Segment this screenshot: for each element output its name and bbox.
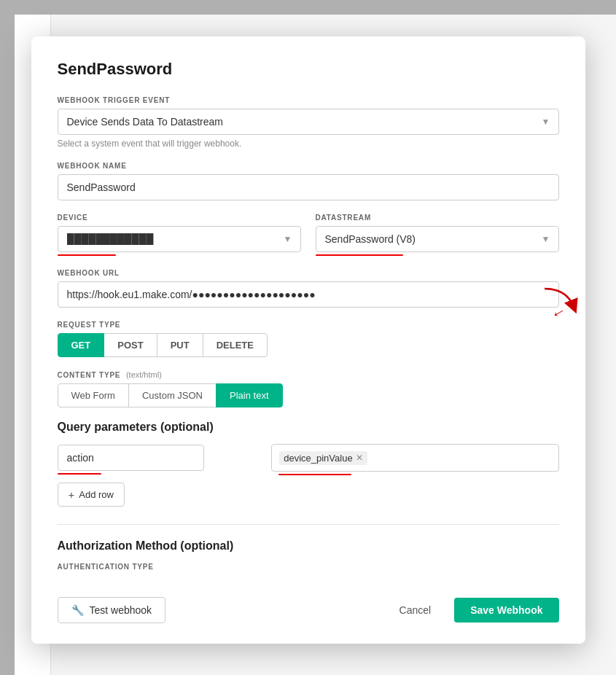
red-underline-action [58, 473, 101, 475]
modal-title: SendPassword [58, 60, 559, 79]
auth-heading: Authorization Method (optional) [58, 539, 559, 553]
webhook-trigger-label: WEBHOOK TRIGGER EVENT [58, 96, 559, 104]
content-type-label: CONTENT TYPE (text/html) [58, 370, 559, 379]
webhook-url-label: WEBHOOK URL [58, 269, 559, 277]
webhook-trigger-select[interactable]: Device Sends Data To Datastream [58, 109, 559, 135]
webhook-url-group: WEBHOOK URL ← [58, 269, 559, 308]
divider [58, 524, 559, 525]
modal-dialog: SendPassword WEBHOOK TRIGGER EVENT Devic… [31, 36, 585, 644]
close-icon[interactable]: ✕ [356, 453, 363, 463]
content-type-group: Web Form Custom JSON Plain text [58, 383, 559, 407]
query-key-annotation [58, 445, 263, 475]
btn-delete[interactable]: DELETE [203, 333, 268, 357]
content-type-section: CONTENT TYPE (text/html) Web Form Custom… [58, 370, 559, 407]
content-type-sub: (text/html) [126, 370, 162, 379]
webhook-url-annotation: ← [58, 281, 559, 308]
webhook-trigger-group: WEBHOOK TRIGGER EVENT Device Sends Data … [58, 96, 559, 149]
webhook-name-group: WEBHOOK NAME [58, 162, 559, 200]
webhook-trigger-select-wrapper: Device Sends Data To Datastream ▼ [58, 109, 559, 135]
request-type-label: REQUEST TYPE [58, 321, 559, 329]
modal-footer: 🔧 Test webhook Cancel Save Webhook [58, 591, 559, 623]
query-row: device_pinValue ✕ [58, 444, 559, 475]
test-webhook-button[interactable]: 🔧 Test webhook [58, 597, 166, 623]
device-select-wrapper: ████████████ ▼ [58, 226, 301, 252]
btn-custom-json[interactable]: Custom JSON [128, 383, 217, 407]
datastream-col: DATASTREAM SendPassword (V8) ▼ [316, 214, 559, 256]
device-label: DEVICE [58, 214, 301, 222]
red-underline-datastream [316, 254, 403, 256]
btn-get[interactable]: GET [58, 333, 105, 357]
btn-plain-text[interactable]: Plain text [216, 383, 282, 407]
query-value-annotation: device_pinValue ✕ [271, 444, 558, 475]
webhook-url-input[interactable] [58, 281, 559, 308]
query-params-section: Query parameters (optional) device_pinVa… [58, 421, 559, 507]
red-underline-device [58, 254, 116, 256]
webhook-name-input[interactable] [58, 174, 559, 200]
red-underline-value [278, 474, 351, 475]
webhook-trigger-hint: Select a system event that will trigger … [58, 138, 559, 149]
query-params-heading: Query parameters (optional) [58, 421, 559, 434]
query-key-input[interactable] [58, 445, 204, 471]
save-webhook-button[interactable]: Save Webhook [454, 598, 558, 623]
auth-type-label: AUTHENTICATION TYPE [58, 563, 559, 571]
plus-icon: + [69, 488, 75, 501]
device-annotation: ████████████ ▼ [58, 226, 301, 256]
datastream-label: DATASTREAM [316, 214, 559, 222]
cancel-button[interactable]: Cancel [385, 598, 446, 623]
datastream-annotation: SendPassword (V8) ▼ [316, 226, 559, 256]
query-value-field[interactable]: device_pinValue ✕ [271, 444, 558, 472]
request-type-group: GET POST PUT DELETE [58, 333, 559, 357]
auth-section: Authorization Method (optional) AUTHENTI… [58, 539, 559, 571]
btn-post[interactable]: POST [104, 333, 157, 357]
footer-actions: Cancel Save Webhook [385, 598, 559, 623]
btn-web-form[interactable]: Web Form [58, 383, 129, 407]
datastream-select-wrapper: SendPassword (V8) ▼ [316, 226, 559, 252]
webhook-name-label: WEBHOOK NAME [58, 162, 559, 170]
btn-put[interactable]: PUT [157, 333, 203, 357]
tag-chip-device-pin: device_pinValue ✕ [279, 451, 367, 465]
datastream-select[interactable]: SendPassword (V8) [316, 226, 559, 252]
tool-icon: 🔧 [71, 604, 84, 616]
device-col: DEVICE ████████████ ▼ [58, 214, 301, 256]
device-select[interactable]: ████████████ [58, 226, 301, 252]
add-row-button[interactable]: + Add row [58, 483, 125, 507]
request-type-section: REQUEST TYPE GET POST PUT DELETE [58, 321, 559, 357]
device-datastream-row: DEVICE ████████████ ▼ DATASTREAM [58, 214, 559, 256]
